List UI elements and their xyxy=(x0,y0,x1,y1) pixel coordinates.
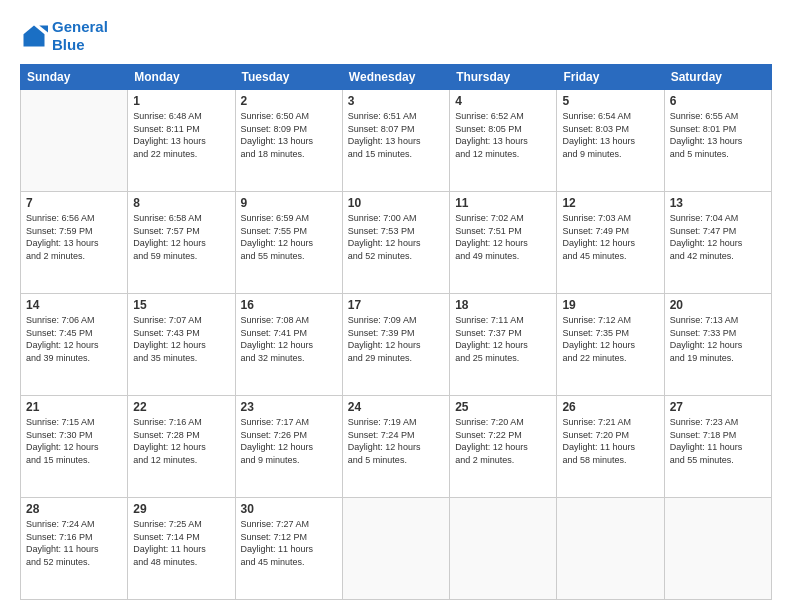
day-info: Sunrise: 7:02 AM Sunset: 7:51 PM Dayligh… xyxy=(455,212,551,262)
day-info: Sunrise: 6:51 AM Sunset: 8:07 PM Dayligh… xyxy=(348,110,444,160)
day-info: Sunrise: 7:16 AM Sunset: 7:28 PM Dayligh… xyxy=(133,416,229,466)
day-cell: 29Sunrise: 7:25 AM Sunset: 7:14 PM Dayli… xyxy=(128,498,235,600)
day-info: Sunrise: 7:11 AM Sunset: 7:37 PM Dayligh… xyxy=(455,314,551,364)
day-info: Sunrise: 7:15 AM Sunset: 7:30 PM Dayligh… xyxy=(26,416,122,466)
day-info: Sunrise: 7:13 AM Sunset: 7:33 PM Dayligh… xyxy=(670,314,766,364)
day-info: Sunrise: 7:04 AM Sunset: 7:47 PM Dayligh… xyxy=(670,212,766,262)
week-row-4: 28Sunrise: 7:24 AM Sunset: 7:16 PM Dayli… xyxy=(21,498,772,600)
day-number: 21 xyxy=(26,400,122,414)
day-info: Sunrise: 6:54 AM Sunset: 8:03 PM Dayligh… xyxy=(562,110,658,160)
weekday-header-row: SundayMondayTuesdayWednesdayThursdayFrid… xyxy=(21,65,772,90)
day-number: 30 xyxy=(241,502,337,516)
day-number: 24 xyxy=(348,400,444,414)
day-info: Sunrise: 7:24 AM Sunset: 7:16 PM Dayligh… xyxy=(26,518,122,568)
week-row-2: 14Sunrise: 7:06 AM Sunset: 7:45 PM Dayli… xyxy=(21,294,772,396)
day-number: 11 xyxy=(455,196,551,210)
day-number: 19 xyxy=(562,298,658,312)
day-number: 7 xyxy=(26,196,122,210)
day-cell: 21Sunrise: 7:15 AM Sunset: 7:30 PM Dayli… xyxy=(21,396,128,498)
day-number: 15 xyxy=(133,298,229,312)
day-info: Sunrise: 7:12 AM Sunset: 7:35 PM Dayligh… xyxy=(562,314,658,364)
day-number: 3 xyxy=(348,94,444,108)
weekday-monday: Monday xyxy=(128,65,235,90)
day-info: Sunrise: 7:27 AM Sunset: 7:12 PM Dayligh… xyxy=(241,518,337,568)
day-number: 20 xyxy=(670,298,766,312)
day-cell: 20Sunrise: 7:13 AM Sunset: 7:33 PM Dayli… xyxy=(664,294,771,396)
day-number: 25 xyxy=(455,400,551,414)
page: General Blue SundayMondayTuesdayWednesda… xyxy=(0,0,792,612)
day-number: 17 xyxy=(348,298,444,312)
day-number: 2 xyxy=(241,94,337,108)
day-cell: 8Sunrise: 6:58 AM Sunset: 7:57 PM Daylig… xyxy=(128,192,235,294)
day-number: 22 xyxy=(133,400,229,414)
week-row-3: 21Sunrise: 7:15 AM Sunset: 7:30 PM Dayli… xyxy=(21,396,772,498)
day-cell: 17Sunrise: 7:09 AM Sunset: 7:39 PM Dayli… xyxy=(342,294,449,396)
day-cell: 5Sunrise: 6:54 AM Sunset: 8:03 PM Daylig… xyxy=(557,90,664,192)
day-info: Sunrise: 7:06 AM Sunset: 7:45 PM Dayligh… xyxy=(26,314,122,364)
day-cell xyxy=(450,498,557,600)
day-cell: 2Sunrise: 6:50 AM Sunset: 8:09 PM Daylig… xyxy=(235,90,342,192)
day-cell: 1Sunrise: 6:48 AM Sunset: 8:11 PM Daylig… xyxy=(128,90,235,192)
day-cell: 16Sunrise: 7:08 AM Sunset: 7:41 PM Dayli… xyxy=(235,294,342,396)
day-number: 8 xyxy=(133,196,229,210)
day-info: Sunrise: 7:21 AM Sunset: 7:20 PM Dayligh… xyxy=(562,416,658,466)
day-info: Sunrise: 7:08 AM Sunset: 7:41 PM Dayligh… xyxy=(241,314,337,364)
week-row-1: 7Sunrise: 6:56 AM Sunset: 7:59 PM Daylig… xyxy=(21,192,772,294)
logo-icon xyxy=(20,22,48,50)
weekday-thursday: Thursday xyxy=(450,65,557,90)
day-cell: 24Sunrise: 7:19 AM Sunset: 7:24 PM Dayli… xyxy=(342,396,449,498)
day-cell xyxy=(557,498,664,600)
day-cell xyxy=(664,498,771,600)
day-cell: 19Sunrise: 7:12 AM Sunset: 7:35 PM Dayli… xyxy=(557,294,664,396)
day-number: 6 xyxy=(670,94,766,108)
day-number: 26 xyxy=(562,400,658,414)
day-cell: 18Sunrise: 7:11 AM Sunset: 7:37 PM Dayli… xyxy=(450,294,557,396)
day-number: 4 xyxy=(455,94,551,108)
svg-marker-0 xyxy=(24,26,45,47)
weekday-saturday: Saturday xyxy=(664,65,771,90)
day-info: Sunrise: 7:00 AM Sunset: 7:53 PM Dayligh… xyxy=(348,212,444,262)
day-cell: 27Sunrise: 7:23 AM Sunset: 7:18 PM Dayli… xyxy=(664,396,771,498)
weekday-friday: Friday xyxy=(557,65,664,90)
day-number: 9 xyxy=(241,196,337,210)
day-cell: 13Sunrise: 7:04 AM Sunset: 7:47 PM Dayli… xyxy=(664,192,771,294)
day-number: 13 xyxy=(670,196,766,210)
logo-text: General Blue xyxy=(52,18,108,54)
day-cell xyxy=(342,498,449,600)
day-number: 29 xyxy=(133,502,229,516)
day-info: Sunrise: 6:56 AM Sunset: 7:59 PM Dayligh… xyxy=(26,212,122,262)
day-cell: 10Sunrise: 7:00 AM Sunset: 7:53 PM Dayli… xyxy=(342,192,449,294)
day-cell: 14Sunrise: 7:06 AM Sunset: 7:45 PM Dayli… xyxy=(21,294,128,396)
weekday-tuesday: Tuesday xyxy=(235,65,342,90)
day-info: Sunrise: 6:48 AM Sunset: 8:11 PM Dayligh… xyxy=(133,110,229,160)
day-number: 18 xyxy=(455,298,551,312)
calendar-table: SundayMondayTuesdayWednesdayThursdayFrid… xyxy=(20,64,772,600)
day-number: 5 xyxy=(562,94,658,108)
day-cell: 12Sunrise: 7:03 AM Sunset: 7:49 PM Dayli… xyxy=(557,192,664,294)
day-info: Sunrise: 6:58 AM Sunset: 7:57 PM Dayligh… xyxy=(133,212,229,262)
day-cell: 28Sunrise: 7:24 AM Sunset: 7:16 PM Dayli… xyxy=(21,498,128,600)
day-number: 10 xyxy=(348,196,444,210)
week-row-0: 1Sunrise: 6:48 AM Sunset: 8:11 PM Daylig… xyxy=(21,90,772,192)
day-info: Sunrise: 7:09 AM Sunset: 7:39 PM Dayligh… xyxy=(348,314,444,364)
logo: General Blue xyxy=(20,18,108,54)
day-number: 23 xyxy=(241,400,337,414)
day-info: Sunrise: 7:03 AM Sunset: 7:49 PM Dayligh… xyxy=(562,212,658,262)
day-info: Sunrise: 7:25 AM Sunset: 7:14 PM Dayligh… xyxy=(133,518,229,568)
day-cell xyxy=(21,90,128,192)
day-number: 28 xyxy=(26,502,122,516)
day-cell: 15Sunrise: 7:07 AM Sunset: 7:43 PM Dayli… xyxy=(128,294,235,396)
day-cell: 26Sunrise: 7:21 AM Sunset: 7:20 PM Dayli… xyxy=(557,396,664,498)
day-info: Sunrise: 6:52 AM Sunset: 8:05 PM Dayligh… xyxy=(455,110,551,160)
day-cell: 25Sunrise: 7:20 AM Sunset: 7:22 PM Dayli… xyxy=(450,396,557,498)
day-cell: 4Sunrise: 6:52 AM Sunset: 8:05 PM Daylig… xyxy=(450,90,557,192)
day-info: Sunrise: 7:19 AM Sunset: 7:24 PM Dayligh… xyxy=(348,416,444,466)
day-info: Sunrise: 6:59 AM Sunset: 7:55 PM Dayligh… xyxy=(241,212,337,262)
day-info: Sunrise: 7:07 AM Sunset: 7:43 PM Dayligh… xyxy=(133,314,229,364)
day-cell: 11Sunrise: 7:02 AM Sunset: 7:51 PM Dayli… xyxy=(450,192,557,294)
day-number: 27 xyxy=(670,400,766,414)
weekday-wednesday: Wednesday xyxy=(342,65,449,90)
day-cell: 9Sunrise: 6:59 AM Sunset: 7:55 PM Daylig… xyxy=(235,192,342,294)
day-info: Sunrise: 6:55 AM Sunset: 8:01 PM Dayligh… xyxy=(670,110,766,160)
day-info: Sunrise: 7:17 AM Sunset: 7:26 PM Dayligh… xyxy=(241,416,337,466)
